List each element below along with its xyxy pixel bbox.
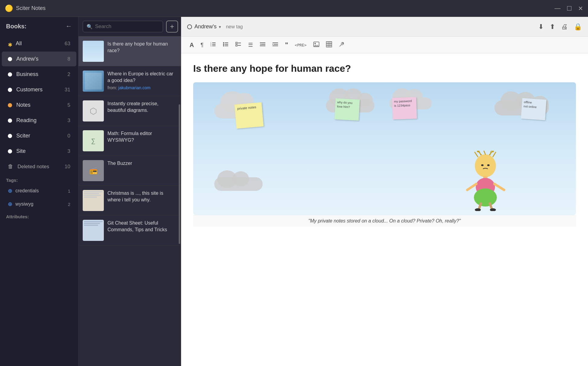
outdent-button[interactable] xyxy=(257,39,268,51)
svg-point-42 xyxy=(474,188,497,207)
upload-button[interactable]: ⬆ xyxy=(550,23,555,31)
image-button[interactable] xyxy=(311,39,322,51)
note-thumb xyxy=(83,71,104,92)
list-style-button[interactable]: ☰ xyxy=(246,40,255,50)
svg-line-37 xyxy=(493,152,496,157)
star-icon: ✱ xyxy=(8,42,12,46)
sidebar-item-business[interactable]: Business 2 xyxy=(2,67,76,82)
sidebar-item-customers[interactable]: Customers 31 xyxy=(2,82,76,97)
svg-point-32 xyxy=(475,154,496,177)
main-layout: Books: ← ✱ All 63 Andrew's 8 Business 2 xyxy=(0,17,588,366)
notebook-name: Andrew's xyxy=(194,24,216,30)
sidebar-item-count: 31 xyxy=(65,87,70,93)
character-illustration xyxy=(461,151,510,212)
tags-section-header: Tags: xyxy=(0,175,78,184)
notebook-circle-icon xyxy=(187,24,192,29)
note-item-christmas[interactable]: Christmas is ..., this site is where i t… xyxy=(78,186,181,216)
svg-rect-12 xyxy=(236,42,237,44)
sidebar-item-andrews[interactable]: Andrew's 8 xyxy=(2,52,76,66)
deleted-label: Deleted notes xyxy=(18,164,49,170)
blockquote-button[interactable]: " xyxy=(283,39,290,51)
note-link[interactable]: jakubmarian.com xyxy=(118,85,151,90)
sidebar-item-site[interactable]: Site 3 xyxy=(2,144,76,159)
indent-button[interactable] xyxy=(270,39,281,51)
outdent-icon xyxy=(260,41,266,47)
note-info: Instantly create precise, beautiful diag… xyxy=(107,100,177,121)
checklist-icon xyxy=(235,41,241,47)
dot-icon xyxy=(8,118,12,123)
dot-icon xyxy=(8,72,12,77)
note-thumb xyxy=(83,190,104,211)
dot-icon xyxy=(8,57,12,61)
note-title: Christmas is ..., this site is where i t… xyxy=(107,190,177,204)
unordered-list-icon xyxy=(223,41,229,47)
sidebar: Books: ← ✱ All 63 Andrew's 8 Business 2 xyxy=(0,17,78,366)
back-button[interactable]: ← xyxy=(66,22,72,30)
add-note-button[interactable]: + xyxy=(166,21,178,33)
editor-topbar: Andrew's ▾ ⬇ ⬆ 🖨 🔒 xyxy=(181,17,588,37)
svg-line-47 xyxy=(467,184,476,190)
books-label: Books: xyxy=(6,23,27,30)
sidebar-item-notes[interactable]: Notes 5 xyxy=(2,98,76,112)
sidebar-item-count: 5 xyxy=(68,102,70,108)
close-button[interactable]: ✕ xyxy=(578,5,583,12)
unordered-list-button[interactable] xyxy=(220,39,231,51)
tools-button[interactable] xyxy=(336,39,347,51)
tag-wysiwyg[interactable]: ⊕ wysiwyg 2 xyxy=(2,198,76,210)
note-item-buzzer[interactable]: 📻 The Buzzer xyxy=(78,156,181,186)
note-title: Git Cheat Sheet: Useful Commands, Tips a… xyxy=(107,220,177,233)
note-thumb: ⬡ xyxy=(83,100,104,121)
pre-button[interactable]: <PRE> xyxy=(292,41,309,49)
cloud-illustration: private notes why do youlove him? xyxy=(193,82,576,215)
sticky-note: offlinenot online xyxy=(521,98,547,120)
sidebar-item-reading[interactable]: Reading 3 xyxy=(2,113,76,128)
ordered-list-button[interactable]: 1 2 3 xyxy=(208,39,219,51)
sidebar-item-sciter[interactable]: Sciter 0 xyxy=(2,128,76,143)
note-item-europe-ev[interactable]: Where in Europe is electric car a good i… xyxy=(78,66,181,96)
notes-scroll: Is there any hope for human race? Where … xyxy=(78,36,181,366)
paragraph-button[interactable]: ¶ xyxy=(198,40,206,50)
sticky-note: private notes xyxy=(235,102,264,129)
print-button[interactable]: 🖨 xyxy=(561,23,568,31)
search-box: 🔍 xyxy=(83,21,163,32)
note-item-hope[interactable]: Is there any hope for human race? xyxy=(78,36,181,66)
notes-scrollbar[interactable] xyxy=(179,104,180,244)
svg-rect-27 xyxy=(326,42,332,47)
sidebar-item-all[interactable]: ✱ All 63 xyxy=(2,36,76,51)
sidebar-item-count: 3 xyxy=(68,148,70,154)
maximize-button[interactable]: ☐ xyxy=(567,5,572,12)
note-caption: "My private notes stored on a cloud... O… xyxy=(193,215,576,227)
note-title: Is there any hope for human race? xyxy=(107,41,177,54)
attributes-section-header: Attributes: xyxy=(0,211,78,220)
font-button[interactable]: A xyxy=(187,40,196,50)
note-title: Math: Formula editor WYSIWYG? xyxy=(107,130,177,144)
note-title: The Buzzer xyxy=(107,160,177,167)
sidebar-item-label: Site xyxy=(16,148,65,154)
svg-point-39 xyxy=(487,164,490,166)
tag-credentials[interactable]: ⊕ credentials 1 xyxy=(2,185,76,197)
note-info: Christmas is ..., this site is where i t… xyxy=(107,190,177,211)
note-item-git[interactable]: Git Cheat Sheet: Useful Commands, Tips a… xyxy=(78,216,181,245)
note-item-diagrams[interactable]: ⬡ Instantly create precise, beautiful di… xyxy=(78,96,181,126)
dot-icon xyxy=(8,149,12,153)
note-item-math[interactable]: ∑ Math: Formula editor WYSIWYG? xyxy=(78,126,181,156)
checklist-button[interactable] xyxy=(233,39,244,51)
search-input[interactable] xyxy=(95,24,159,30)
notebook-selector[interactable]: Andrew's ▾ xyxy=(187,24,221,30)
download-button[interactable]: ⬇ xyxy=(538,23,544,31)
tag-plus-icon: ⊕ xyxy=(8,201,12,207)
tag-label: credentials xyxy=(15,188,39,194)
sidebar-item-label: All xyxy=(16,40,62,47)
svg-point-6 xyxy=(223,42,224,43)
sidebar-item-deleted[interactable]: 🗑 Deleted notes 10 xyxy=(2,159,76,174)
lock-button[interactable]: 🔒 xyxy=(574,23,582,31)
sticky-note: my passwordis 1234pass xyxy=(392,97,417,119)
editor-content[interactable]: Is there any hope for human race? privat… xyxy=(181,53,588,366)
tag-count: 1 xyxy=(68,188,70,194)
note-title: Instantly create precise, beautiful diag… xyxy=(107,100,177,114)
note-info: The Buzzer xyxy=(107,160,177,181)
table-button[interactable] xyxy=(324,39,334,51)
note-info: Where in Europe is electric car a good i… xyxy=(107,71,177,92)
minimize-button[interactable]: — xyxy=(554,5,561,12)
tag-input[interactable] xyxy=(226,24,533,30)
